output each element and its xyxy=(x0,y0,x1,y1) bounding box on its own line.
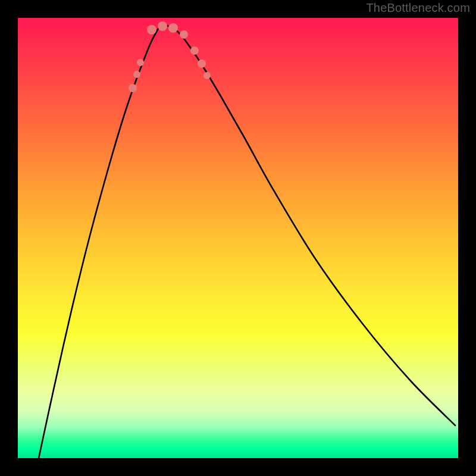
curve-marker xyxy=(137,59,144,66)
curve-svg xyxy=(18,18,458,458)
curve-marker xyxy=(190,46,199,55)
curve-marker xyxy=(180,30,188,39)
curve-marker xyxy=(129,84,137,92)
curve-marker xyxy=(168,23,178,33)
chart-frame: TheBottleneck.com xyxy=(0,0,476,476)
plot-area xyxy=(18,18,458,458)
watermark-text: TheBottleneck.com xyxy=(366,1,470,15)
curve-marker xyxy=(133,71,140,78)
curve-marker xyxy=(158,21,167,31)
curve-marker xyxy=(198,60,206,68)
curve-marker xyxy=(203,72,211,79)
curve-marker xyxy=(147,25,156,35)
bottleneck-curve xyxy=(39,25,455,458)
curve-markers xyxy=(129,21,211,92)
